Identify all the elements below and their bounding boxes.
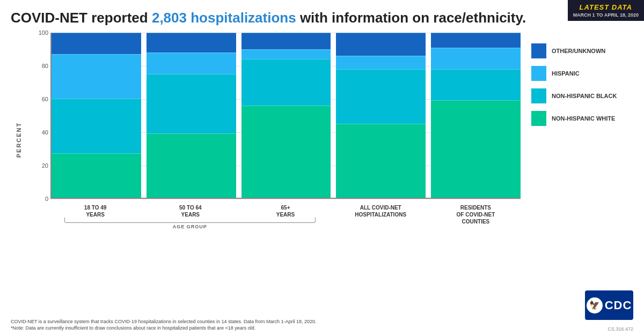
bar-segment-other_unknown (336, 33, 426, 56)
y-label-0: 0 (45, 196, 48, 202)
bar-group (336, 33, 426, 198)
y-label-20: 20 (42, 162, 48, 169)
bar-segment-non_hispanic_white (241, 106, 331, 198)
bar-segment-non_hispanic_black (431, 69, 521, 101)
footnote: COVID-NET is a surveillance system that … (11, 318, 317, 332)
y-label-40: 40 (42, 129, 48, 136)
footnote-line: COVID-NET is a surveillance system that … (11, 318, 317, 325)
y-label-60: 60 (42, 96, 48, 102)
bar-segment-non_hispanic_black (52, 99, 141, 153)
bar-segment-hispanic (241, 49, 331, 59)
bar-group (147, 33, 236, 198)
bar-segment-non_hispanic_white (52, 153, 141, 198)
stacked-bar (52, 33, 141, 198)
legend-label: NON-HISPANIC BLACK (552, 93, 617, 99)
legend-item: HISPANIC (531, 66, 633, 81)
legend-label: HISPANIC (552, 70, 580, 77)
legend-label: OTHER/UNKNOWN (552, 48, 605, 54)
legend-swatch (531, 88, 546, 103)
legend-swatch (531, 43, 546, 58)
bar-segment-other_unknown (431, 33, 521, 48)
title-highlight: 2,803 hospitalizations (152, 10, 296, 26)
chart-id: CS.316.472 (608, 326, 633, 332)
chart-area: PERCENT 0 20 40 60 80 100 (0, 33, 644, 247)
bar-segment-non_hispanic_white (431, 100, 521, 198)
cdc-logo: 🦅 CDC (585, 290, 633, 320)
y-labels: 0 20 40 60 80 100 (32, 33, 50, 199)
latest-data-badge: LATEST DATA MARCH 1 TO APRIL 18, 2020 (568, 0, 644, 21)
legend-swatch (531, 111, 546, 126)
bar-segment-hispanic (431, 48, 521, 69)
stacked-bar (241, 33, 331, 198)
y-label-80: 80 (42, 63, 48, 69)
bar-group (431, 33, 521, 198)
chart-container: PERCENT 0 20 40 60 80 100 (11, 33, 521, 247)
bar-segment-non_hispanic_black (241, 59, 331, 105)
legend-swatch (531, 66, 546, 81)
legend-item: NON-HISPANIC BLACK (531, 88, 633, 103)
bar-segment-other_unknown (52, 33, 141, 54)
main-title: COVID-NET reported 2,803 hospitalization… (0, 0, 644, 31)
bar-segment-hispanic (147, 53, 236, 74)
badge-title: LATEST DATA (573, 3, 639, 11)
age-bracket-container: AGE GROUP (50, 218, 521, 229)
bracket-spacer (335, 218, 521, 229)
cdc-text: CDC (605, 298, 632, 312)
grid-line-0 (50, 199, 521, 199)
bar-segment-hispanic (52, 54, 141, 99)
chart-inner: 0 20 40 60 80 100 18 TO 49YEARS50 TO 64Y… (32, 33, 521, 215)
bar-segment-non_hispanic_white (147, 133, 236, 198)
legend-label: NON-HISPANIC WHITE (552, 115, 615, 122)
bar-segment-non_hispanic_black (336, 69, 426, 124)
bar-group (52, 33, 141, 198)
bar-segment-other_unknown (241, 33, 331, 49)
bar-group (241, 33, 331, 198)
y-axis-label: PERCENT (16, 122, 22, 158)
bar-segment-non_hispanic_white (336, 124, 426, 198)
footnote-line: *Note: Data are currently insufficient t… (11, 325, 317, 332)
legend-item: OTHER/UNKNOWN (531, 43, 633, 58)
title-suffix: with information on race/ethnicity. (296, 10, 526, 26)
cdc-eagle-icon: 🦅 (587, 297, 603, 313)
bars-area (50, 33, 521, 199)
y-label-100: 100 (39, 29, 48, 36)
badge-dates: MARCH 1 TO APRIL 18, 2020 (573, 12, 639, 18)
bar-segment-non_hispanic_black (147, 74, 236, 133)
bracket-line (64, 218, 316, 223)
bar-segment-other_unknown (147, 33, 236, 53)
legend-item: NON-HISPANIC WHITE (531, 111, 633, 126)
bar-segment-hispanic (336, 56, 426, 69)
bracket-label: AGE GROUP (50, 224, 330, 229)
title-prefix: COVID-NET reported (11, 10, 152, 26)
stacked-bar (431, 33, 521, 198)
legend: OTHER/UNKNOWNHISPANICNON-HISPANIC BLACKN… (521, 33, 633, 247)
stacked-bar (336, 33, 426, 198)
age-bracket: AGE GROUP (50, 218, 330, 229)
stacked-bar (147, 33, 236, 198)
